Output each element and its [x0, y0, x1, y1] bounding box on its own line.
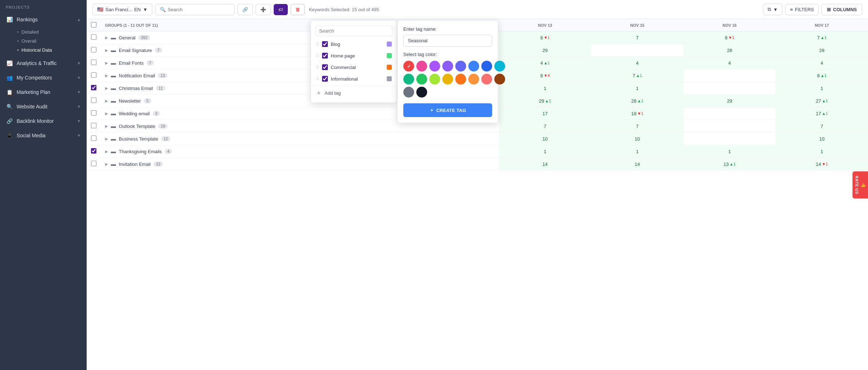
color-swatch[interactable]: [403, 74, 414, 85]
data-cell: 10: [499, 133, 591, 145]
row-checkbox[interactable]: [91, 72, 96, 78]
expand-icon[interactable]: ▶: [105, 149, 108, 154]
row-checkbox[interactable]: [91, 98, 96, 103]
location-button[interactable]: 🇺🇸 San Franci... EN ▼: [92, 4, 152, 15]
sidebar-item-overall[interactable]: Overall: [0, 36, 87, 46]
rate-us-button[interactable]: 👍 RATE US: [852, 171, 868, 198]
change-indicator: ▼4: [544, 73, 550, 78]
audit-icon: 🔍: [6, 103, 13, 110]
tag-informational-checkbox[interactable]: [322, 76, 328, 82]
color-swatch[interactable]: [468, 74, 479, 85]
sidebar-competitors-label: My Competitors: [17, 75, 52, 81]
sidebar-item-rankings[interactable]: 📊 Rankings ▲: [0, 12, 87, 27]
expand-icon[interactable]: ▶: [105, 73, 108, 78]
color-swatch[interactable]: [494, 74, 505, 85]
delete-button[interactable]: 🗑: [291, 4, 305, 15]
color-swatch[interactable]: [403, 61, 414, 72]
tag-commercial-checkbox[interactable]: [322, 64, 328, 70]
color-swatch[interactable]: [416, 61, 427, 72]
col-nov16: NOV 16: [683, 19, 776, 31]
expand-icon[interactable]: ▶: [105, 162, 108, 167]
color-swatch[interactable]: [455, 61, 466, 72]
expand-icon[interactable]: ▶: [105, 137, 108, 141]
row-name-cell: ▶ ▬ Invitation Email 22: [101, 158, 407, 171]
cell-value: 14 ▼1: [780, 162, 864, 167]
expand-icon[interactable]: ▶: [105, 124, 108, 129]
create-tag-button[interactable]: ＋ CREATE TAG: [403, 103, 492, 117]
row-checkbox[interactable]: [91, 161, 96, 166]
data-cell: 14 ▼1: [776, 158, 868, 171]
search-box[interactable]: 🔍: [155, 4, 235, 15]
tag-search-input[interactable]: [315, 26, 392, 36]
sidebar-item-analytics[interactable]: 📈 Analytics & Traffic ▼: [0, 56, 87, 70]
data-cell: 1: [776, 82, 868, 95]
color-swatch[interactable]: [481, 74, 492, 85]
tag-homepage-checkbox[interactable]: [322, 53, 328, 59]
color-swatch[interactable]: [403, 87, 414, 98]
color-swatch[interactable]: [442, 61, 453, 72]
sidebar-item-historical[interactable]: Historical Data: [0, 46, 87, 55]
sidebar-social-label: Social Media: [17, 133, 45, 138]
sidebar-item-social[interactable]: 📱 Social Media ▼: [0, 128, 87, 143]
data-cell: 7 ▲1: [776, 31, 868, 44]
sidebar-item-detailed[interactable]: Detailed: [0, 27, 87, 36]
row-checkbox[interactable]: [91, 110, 96, 116]
create-tag-btn-label: CREATE TAG: [436, 108, 466, 113]
sidebar-item-competitors[interactable]: 👥 My Competitors ▼: [0, 70, 87, 85]
color-swatch[interactable]: [455, 74, 466, 85]
group-count-badge: 5: [144, 98, 151, 103]
row-checkbox[interactable]: [91, 60, 96, 65]
chevron-down-icon: ▼: [77, 133, 81, 138]
tag-item-commercial[interactable]: ⠿ Commercial: [311, 61, 397, 73]
search-input[interactable]: [168, 7, 230, 12]
color-swatch[interactable]: [416, 74, 427, 85]
columns-button[interactable]: ⊞ COLUMNS: [821, 4, 862, 15]
tag-search-container: [311, 23, 397, 38]
folder-icon: ▬: [111, 136, 116, 142]
change-indicator: ▼1: [728, 35, 734, 40]
tag-item-blog[interactable]: ⠿ Blog: [311, 38, 397, 50]
color-swatch[interactable]: [442, 74, 453, 85]
tag-name-input[interactable]: [403, 35, 492, 47]
cell-value: 17 ▲1: [780, 111, 864, 116]
sidebar-item-backlink[interactable]: 🔗 Backlink Monitor ▼: [0, 114, 87, 128]
competitors-icon: 👥: [6, 74, 13, 81]
add-tag-item[interactable]: ＋ Add tag: [311, 86, 397, 100]
expand-icon[interactable]: ▶: [105, 111, 108, 116]
tag-blog-checkbox[interactable]: [322, 41, 328, 47]
row-checkbox[interactable]: [91, 123, 96, 128]
row-checkbox[interactable]: [91, 47, 96, 52]
data-cell: [591, 44, 683, 57]
link-button[interactable]: 🔗: [238, 4, 253, 15]
row-checkbox[interactable]: [91, 85, 96, 90]
change-indicator: ▲1: [822, 111, 828, 116]
color-swatch[interactable]: [481, 61, 492, 72]
row-checkbox[interactable]: [91, 135, 96, 141]
tag-item-homepage[interactable]: ⠿ Home page: [311, 50, 397, 61]
color-swatch[interactable]: [429, 74, 440, 85]
cell-value: 8 ▼1: [503, 35, 587, 40]
color-swatch[interactable]: [468, 61, 479, 72]
expand-icon[interactable]: ▶: [105, 61, 108, 65]
color-swatch[interactable]: [494, 61, 505, 72]
row-checkbox-cell: [87, 69, 101, 82]
add-group-button[interactable]: ➕: [256, 4, 271, 15]
keywords-selected-info: Keywords Selected: 15 out of 495: [309, 7, 379, 12]
row-checkbox[interactable]: [91, 148, 96, 154]
color-swatch[interactable]: [429, 61, 440, 72]
expand-icon[interactable]: ▶: [105, 86, 108, 91]
tag-item-informational[interactable]: ⠿ Informational: [311, 73, 397, 85]
expand-icon[interactable]: ▶: [105, 99, 108, 103]
sidebar-item-marketing[interactable]: 📋 Marketing Plan ▼: [0, 85, 87, 99]
color-swatch[interactable]: [416, 87, 427, 98]
sidebar-item-audit[interactable]: 🔍 Website Audit ▼: [0, 99, 87, 114]
select-all-checkbox[interactable]: [91, 22, 96, 27]
folder-icon: ▬: [111, 85, 116, 91]
tag-button[interactable]: 🏷: [274, 4, 288, 15]
data-cell: [407, 145, 499, 158]
filters-button[interactable]: ≡ FILTERS: [785, 4, 819, 15]
expand-icon[interactable]: ▶: [105, 48, 108, 53]
copy-button[interactable]: ⧉ ▼: [763, 4, 782, 15]
expand-icon[interactable]: ▶: [105, 35, 108, 40]
row-checkbox[interactable]: [91, 34, 96, 40]
